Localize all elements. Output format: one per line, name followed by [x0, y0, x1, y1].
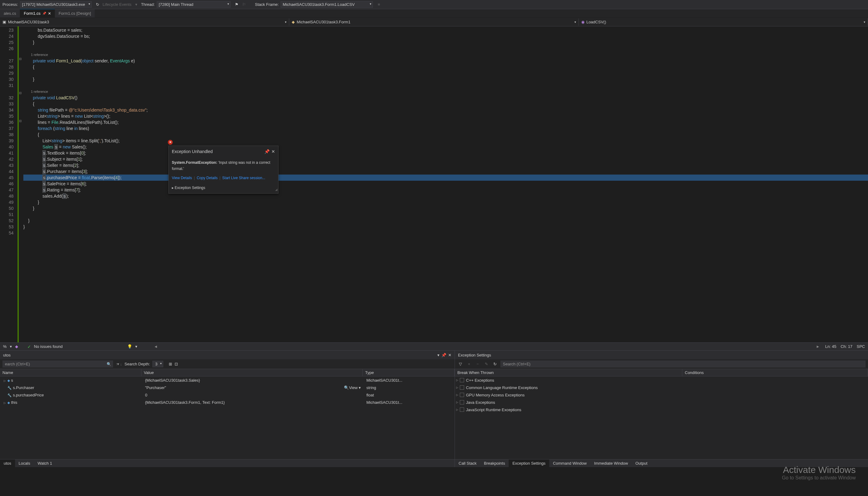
- code-line: s.TextBook = items[0];: [24, 150, 868, 156]
- close-icon[interactable]: ✕: [272, 149, 275, 155]
- close-icon[interactable]: ✕: [48, 11, 51, 16]
- tab-sales-cs[interactable]: ales.cs: [0, 9, 20, 17]
- tab-form1-cs[interactable]: Form1.cs 📌 ✕: [20, 9, 55, 17]
- checkbox[interactable]: [460, 393, 464, 397]
- expand-icon[interactable]: ▷: [456, 408, 460, 411]
- lightbulb-icon[interactable]: 💡: [127, 344, 132, 349]
- tab-watch1[interactable]: Watch 1: [34, 460, 56, 467]
- category-row[interactable]: ▷Java Exceptions: [455, 399, 868, 406]
- checkbox[interactable]: [460, 407, 464, 412]
- tab-autos[interactable]: utos: [0, 460, 15, 467]
- category-row[interactable]: ▷Common Language Runtime Exceptions: [455, 384, 868, 391]
- copy-details-link[interactable]: Copy Details: [197, 175, 218, 181]
- thread-dropdown[interactable]: [7280] Main Thread: [157, 1, 231, 8]
- tab-breakpoints[interactable]: Breakpoints: [480, 460, 509, 467]
- fold-icon[interactable]: ⊟: [19, 57, 24, 61]
- tab-command-window[interactable]: Command Window: [549, 460, 590, 467]
- col-type[interactable]: Type: [363, 369, 454, 376]
- fold-icon[interactable]: ⊟: [19, 119, 24, 123]
- tab-exception-settings[interactable]: Exception Settings: [509, 460, 549, 467]
- category-row[interactable]: ▷GPU Memory Access Exceptions: [455, 391, 868, 399]
- add-icon[interactable]: +: [466, 361, 472, 367]
- nav-project[interactable]: ▣ MichaelSACU301task3: [0, 18, 289, 26]
- resize-grip-icon[interactable]: ◢: [275, 187, 278, 193]
- liveshare-link[interactable]: Start Live Share session...: [222, 175, 265, 181]
- error-glyph-icon[interactable]: ✕: [168, 140, 173, 145]
- codelens-hint[interactable]: 1 reference: [24, 52, 868, 58]
- view-details-link[interactable]: View Details: [172, 175, 192, 181]
- data-row[interactable]: ▷◆this {MichaelSACU301task3.Form1, Text:…: [0, 399, 454, 406]
- exception-settings-expander[interactable]: ▸ Exception Settings: [169, 184, 278, 193]
- col-break[interactable]: Break When Thrown: [455, 369, 682, 376]
- zoom-caret[interactable]: ▾: [10, 344, 12, 349]
- checkbox[interactable]: [460, 400, 464, 404]
- fold-icon[interactable]: ⊟: [19, 91, 24, 95]
- col-value[interactable]: Value: [141, 369, 363, 376]
- code-content[interactable]: bs.DataSource = sales; dgvSales.DataSour…: [24, 27, 868, 342]
- tab-form1-design[interactable]: Form1.cs [Design]: [55, 9, 95, 17]
- line-num: 24: [0, 33, 14, 39]
- tab-locals[interactable]: Locals: [15, 460, 34, 467]
- restore-icon[interactable]: ↻: [492, 361, 498, 367]
- expand-icon[interactable]: ▷: [456, 401, 460, 404]
- issues-label[interactable]: No issues found: [34, 344, 63, 349]
- search-depth-input[interactable]: 3: [153, 361, 163, 367]
- col-name[interactable]: Name: [0, 369, 141, 376]
- stackframe-dropdown[interactable]: MichaelSACU301task3.Form1.LoadCSV: [281, 1, 373, 8]
- toolbar-icon[interactable]: ⊞: [169, 362, 172, 366]
- tab-output[interactable]: Output: [632, 460, 651, 467]
- exception-search[interactable]: Search (Ctrl+E): [500, 360, 866, 368]
- window-position-icon[interactable]: ▾: [437, 353, 439, 357]
- cursor-char[interactable]: Ch: 17: [841, 344, 852, 349]
- dropdown-caret[interactable]: ▾: [135, 344, 137, 349]
- edit-icon[interactable]: ✎: [483, 361, 489, 367]
- line-num: 37: [0, 125, 14, 131]
- category-row[interactable]: ▷JavaScript Runtime Exceptions: [455, 406, 868, 413]
- tab-callstack[interactable]: Call Stack: [455, 460, 480, 467]
- cursor-line[interactable]: Ln: 45: [825, 344, 836, 349]
- exception-settings-panel: Exception Settings ▽ + − ✎ ↻ Search (Ctr…: [455, 351, 868, 467]
- zoom-percent[interactable]: %: [3, 344, 7, 349]
- dropdown-caret[interactable]: ▾: [117, 362, 119, 366]
- data-row[interactable]: 🔧s.Purchaser "Purchaser"🔍View ▾ string: [0, 384, 454, 391]
- toolbar-icon[interactable]: ⊡: [174, 362, 178, 366]
- view-link[interactable]: 🔍View ▾: [344, 385, 361, 390]
- filter-icon[interactable]: ▽: [458, 361, 464, 367]
- close-icon[interactable]: ✕: [448, 353, 451, 357]
- remove-icon[interactable]: −: [475, 361, 481, 367]
- line-num: 44: [0, 168, 14, 174]
- expand-icon[interactable]: ▷: [456, 378, 460, 382]
- pin-icon[interactable]: 📌: [264, 149, 269, 155]
- expand-icon[interactable]: ▷: [456, 386, 460, 389]
- process-dropdown[interactable]: [17972] MichaelSACU301task3.exe: [20, 1, 92, 8]
- search-icon[interactable]: 🔍: [107, 362, 111, 366]
- codelens-hint[interactable]: 1 reference: [24, 89, 868, 95]
- tab-immediate-window[interactable]: Immediate Window: [590, 460, 632, 467]
- flag-icon[interactable]: ⚑: [234, 2, 239, 7]
- code-line: }: [24, 199, 868, 205]
- code-line: {: [24, 131, 868, 138]
- expand-icon[interactable]: ▷: [456, 393, 460, 397]
- refresh-icon[interactable]: ↻: [95, 2, 100, 7]
- category-row[interactable]: ▷C++ Exceptions: [455, 376, 868, 384]
- nav-method[interactable]: ◉ LoadCSV(): [579, 18, 868, 26]
- col-conditions[interactable]: Conditions: [682, 369, 868, 376]
- flag-outline-icon[interactable]: ⚐: [242, 2, 247, 7]
- scroll-left-icon[interactable]: ◀: [153, 345, 159, 348]
- nav-down-icon[interactable]: ↓: [120, 362, 122, 366]
- checkbox[interactable]: [460, 378, 464, 382]
- data-row[interactable]: 🔧s.purchasedPrice 0 float: [0, 391, 454, 399]
- nav-class[interactable]: ◆ MichaelSACU301task3.Form1: [289, 18, 578, 26]
- lifecycle-caret[interactable]: ▾: [135, 2, 137, 7]
- pin-icon[interactable]: 📌: [43, 12, 46, 15]
- pin-icon[interactable]: 📌: [441, 353, 446, 357]
- checkbox[interactable]: [460, 385, 464, 390]
- overflow-icon[interactable]: ≡: [376, 2, 382, 7]
- autos-search[interactable]: earch (Ctrl+E) 🔍 ▾: [2, 360, 113, 368]
- intellicode-icon[interactable]: ◆: [15, 344, 18, 349]
- indent-mode[interactable]: SPC: [857, 344, 865, 349]
- scroll-right-icon[interactable]: ▶: [815, 345, 821, 348]
- expand-icon[interactable]: ▷: [4, 401, 7, 404]
- expand-icon[interactable]: ▷: [4, 379, 7, 382]
- data-row[interactable]: ▷◆s {MichaelSACU301task3.Sales} MichaelS…: [0, 376, 454, 384]
